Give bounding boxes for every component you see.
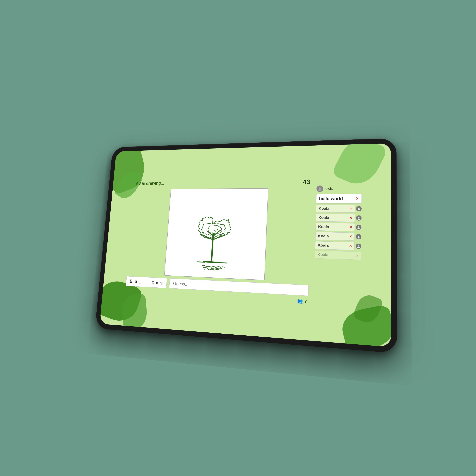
drawing-label: AJ is drawing... bbox=[136, 181, 164, 186]
game-content: AJ is drawing... 43 bbox=[100, 143, 391, 347]
guess-input[interactable] bbox=[169, 278, 309, 296]
svg-point-13 bbox=[357, 219, 360, 220]
guess-row-3: Koala ✕ bbox=[315, 232, 361, 241]
guess-close-0[interactable]: ✕ bbox=[350, 207, 352, 210]
guess-chip-4: Koala ✕ bbox=[315, 241, 355, 250]
timer: 43 bbox=[303, 178, 310, 186]
guess-text-2: Koala bbox=[318, 224, 329, 229]
guess-chip-0: Koala ✕ bbox=[316, 204, 355, 213]
user-name: lewis bbox=[324, 187, 333, 191]
highlighted-message-close[interactable]: ✕ bbox=[356, 196, 359, 201]
guess-chip-5: Koala ✕ bbox=[315, 250, 361, 260]
device-outer: AJ is drawing... 43 bbox=[95, 138, 397, 353]
guess-text-5: Koala bbox=[318, 252, 328, 257]
svg-point-16 bbox=[358, 236, 359, 237]
guess-row-4: Koala ✕ bbox=[315, 241, 361, 250]
guess-close-4[interactable]: ✕ bbox=[349, 244, 352, 248]
user-header: lewis bbox=[316, 185, 362, 192]
svg-point-11 bbox=[358, 209, 360, 210]
game-inner: AJ is drawing... 43 bbox=[125, 177, 362, 307]
players-icon: 👥 bbox=[297, 298, 303, 304]
device-screen: AJ is drawing... 43 bbox=[100, 143, 391, 347]
drawing-svg bbox=[165, 188, 268, 280]
player-icon-1 bbox=[356, 215, 362, 221]
player-icon-0 bbox=[356, 206, 362, 211]
highlighted-message: hello world ✕ bbox=[316, 194, 362, 203]
highlighted-message-text: hello world bbox=[319, 196, 343, 201]
guess-text-4: Koala bbox=[318, 243, 329, 248]
players-number: 7 bbox=[304, 299, 307, 304]
word-hint-row: B u _ _ _ t e s bbox=[126, 276, 309, 296]
guess-chip-1: Koala ✕ bbox=[316, 214, 355, 222]
guess-row-5: Koala ✕ bbox=[315, 250, 361, 260]
drawing-header: AJ is drawing... 43 bbox=[135, 178, 312, 187]
svg-line-7 bbox=[219, 263, 227, 263]
guess-text-3: Koala bbox=[318, 234, 329, 238]
guess-close-5[interactable]: ✕ bbox=[356, 254, 358, 257]
guess-text-0: Koala bbox=[319, 206, 329, 211]
player-icon-3 bbox=[356, 234, 361, 239]
drawing-panel: AJ is drawing... 43 bbox=[125, 178, 311, 304]
drawing-canvas bbox=[164, 188, 269, 280]
guess-chip-2: Koala ✕ bbox=[315, 223, 355, 231]
guess-chip-3: Koala ✕ bbox=[315, 232, 355, 241]
svg-line-2 bbox=[201, 235, 213, 240]
svg-point-15 bbox=[357, 228, 360, 229]
chat-panel: lewis hello world ✕ Koala ✕ bbox=[315, 177, 362, 260]
svg-line-1 bbox=[203, 262, 220, 262]
svg-point-12 bbox=[358, 217, 359, 218]
guess-row-1: Koala ✕ bbox=[316, 214, 362, 222]
avatar bbox=[316, 186, 323, 192]
svg-point-9 bbox=[318, 189, 322, 191]
player-icon-2 bbox=[356, 225, 361, 230]
guess-close-3[interactable]: ✕ bbox=[349, 235, 352, 238]
svg-point-10 bbox=[358, 208, 360, 209]
svg-point-8 bbox=[319, 187, 321, 189]
guess-row-2: Koala ✕ bbox=[315, 223, 362, 231]
svg-point-18 bbox=[358, 245, 359, 246]
player-icon-4 bbox=[356, 243, 361, 249]
svg-point-14 bbox=[358, 226, 359, 228]
word-hint: B u _ _ _ t e s bbox=[126, 276, 167, 288]
guess-close-1[interactable]: ✕ bbox=[349, 216, 352, 220]
guess-text-1: Koala bbox=[318, 215, 329, 220]
guess-row-0: Koala ✕ bbox=[316, 204, 362, 213]
svg-point-17 bbox=[357, 237, 360, 238]
players-count: 👥 7 bbox=[297, 298, 307, 304]
svg-line-6 bbox=[197, 262, 204, 262]
device-wrapper: AJ is drawing... 43 bbox=[95, 138, 397, 353]
guess-close-2[interactable]: ✕ bbox=[349, 225, 352, 229]
svg-point-19 bbox=[357, 247, 360, 248]
